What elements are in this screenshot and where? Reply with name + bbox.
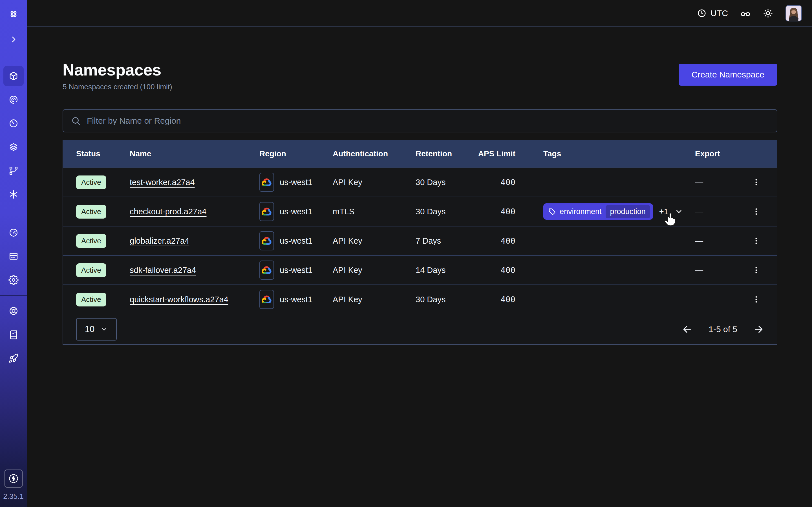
namespace-link[interactable]: globalizer.a27a4 bbox=[130, 236, 189, 245]
sidebar: 2.35.1 bbox=[0, 0, 27, 507]
theme-toggle[interactable] bbox=[763, 8, 773, 18]
next-page-arrow-icon[interactable] bbox=[753, 324, 764, 335]
export-value: — bbox=[695, 236, 748, 245]
gcp-icon bbox=[259, 231, 274, 250]
status-badge: Active bbox=[76, 205, 106, 219]
avatar[interactable] bbox=[785, 5, 802, 21]
sidebar-item-support[interactable] bbox=[3, 301, 24, 321]
aps-value: 400 bbox=[473, 177, 515, 187]
tag-key: environment bbox=[560, 207, 602, 216]
status-badge: Active bbox=[76, 293, 106, 306]
retention-value: 7 Days bbox=[416, 236, 473, 245]
aps-value: 400 bbox=[473, 236, 515, 245]
row-menu-kebab-icon[interactable] bbox=[748, 233, 764, 249]
sidebar-item-docs[interactable] bbox=[3, 325, 24, 345]
sidebar-item-connectivity[interactable] bbox=[3, 184, 24, 205]
row-menu-kebab-icon[interactable] bbox=[748, 291, 764, 307]
col-tags: Tags bbox=[515, 149, 695, 158]
region-label: us-west1 bbox=[280, 266, 312, 275]
sidebar-item-deployments[interactable] bbox=[3, 137, 24, 157]
app-version: 2.35.1 bbox=[3, 492, 23, 501]
auth-value: mTLS bbox=[333, 207, 416, 216]
page-title: Namespaces bbox=[63, 60, 172, 79]
filter-input[interactable] bbox=[87, 116, 769, 126]
region-label: us-west1 bbox=[280, 295, 312, 304]
export-value: — bbox=[695, 295, 748, 304]
col-status: Status bbox=[76, 149, 130, 158]
sidebar-item-settings[interactable] bbox=[3, 270, 24, 290]
col-export: Export bbox=[695, 149, 748, 158]
tag-expand-chevron-icon[interactable] bbox=[675, 207, 683, 216]
create-namespace-button[interactable]: Create Namespace bbox=[679, 64, 777, 86]
gcp-icon bbox=[259, 290, 274, 309]
topbar: UTC bbox=[27, 0, 812, 27]
namespace-link[interactable]: sdk-failover.a27a4 bbox=[130, 266, 196, 275]
clock-icon bbox=[697, 8, 707, 18]
export-value: — bbox=[695, 207, 748, 216]
sidebar-item-billing[interactable] bbox=[3, 246, 24, 267]
row-menu-kebab-icon[interactable] bbox=[748, 174, 764, 190]
table-footer: 10 1-5 of 5 bbox=[63, 314, 777, 344]
export-value: — bbox=[695, 266, 748, 275]
sidebar-item-workflows[interactable] bbox=[3, 90, 24, 110]
auth-value: API Key bbox=[333, 266, 416, 275]
namespace-link[interactable]: checkout-prod.a27a4 bbox=[130, 207, 206, 216]
sidebar-item-usage[interactable] bbox=[3, 223, 24, 243]
retention-value: 30 Days bbox=[416, 295, 473, 304]
status-badge: Active bbox=[76, 234, 106, 248]
pagination-range: 1-5 of 5 bbox=[709, 325, 737, 334]
sidebar-item-getting-started[interactable] bbox=[3, 348, 24, 369]
col-aps-limit: APS Limit bbox=[473, 149, 515, 158]
col-region: Region bbox=[259, 149, 333, 158]
col-name: Name bbox=[130, 149, 259, 158]
sidebar-item-nexus[interactable] bbox=[3, 161, 24, 181]
export-value: — bbox=[695, 178, 748, 187]
glasses-icon bbox=[741, 8, 751, 18]
status-badge: Active bbox=[76, 175, 106, 189]
retention-value: 30 Days bbox=[416, 207, 473, 216]
auth-value: API Key bbox=[333, 178, 416, 187]
sun-icon bbox=[763, 8, 773, 18]
prev-page-arrow-icon[interactable] bbox=[681, 324, 693, 335]
plan-badge-dollar-icon[interactable] bbox=[4, 469, 22, 488]
row-menu-kebab-icon[interactable] bbox=[748, 204, 764, 219]
aps-value: 400 bbox=[473, 295, 515, 304]
tag-pill[interactable]: environment production bbox=[543, 203, 653, 220]
labs-glasses-toggle[interactable] bbox=[741, 8, 751, 18]
temporal-logo[interactable] bbox=[3, 4, 24, 24]
tag-value: production bbox=[606, 205, 650, 218]
table-row: Active sdk-failover.a27a4 us-west1 API K… bbox=[63, 255, 777, 284]
main-content: Namespaces 5 Namespaces created (100 lim… bbox=[27, 27, 812, 507]
page-subtitle: 5 Namespaces created (100 limit) bbox=[63, 82, 172, 91]
tag-overflow-count: +1 bbox=[659, 207, 668, 216]
col-authentication: Authentication bbox=[333, 149, 416, 158]
gcp-icon bbox=[259, 173, 274, 192]
search-icon bbox=[71, 116, 81, 126]
table-row: Active test-worker.a27a4 us-west1 API Ke… bbox=[63, 167, 777, 196]
gcp-icon bbox=[259, 261, 274, 280]
aps-value: 400 bbox=[473, 207, 515, 216]
sidebar-expand-chevron[interactable] bbox=[3, 29, 24, 50]
page-size-select[interactable]: 10 bbox=[76, 318, 117, 341]
row-menu-kebab-icon[interactable] bbox=[748, 262, 764, 278]
status-badge: Active bbox=[76, 263, 106, 277]
table-row: Active globalizer.a27a4 us-west1 API Key… bbox=[63, 226, 777, 255]
sidebar-item-schedules[interactable] bbox=[3, 113, 24, 133]
timezone-label: UTC bbox=[711, 8, 728, 18]
region-label: us-west1 bbox=[280, 207, 312, 216]
sidebar-item-namespaces[interactable] bbox=[3, 66, 24, 86]
filter-bar bbox=[63, 109, 777, 132]
table-header-row: Status Name Region Authentication Retent… bbox=[63, 140, 777, 167]
gcp-icon bbox=[259, 202, 274, 221]
retention-value: 14 Days bbox=[416, 266, 473, 275]
timezone-selector[interactable]: UTC bbox=[697, 8, 728, 18]
retention-value: 30 Days bbox=[416, 178, 473, 187]
aps-value: 400 bbox=[473, 265, 515, 275]
table-row: Active checkout-prod.a27a4 us-west1 mTLS… bbox=[63, 196, 777, 226]
namespace-link[interactable]: quickstart-workflows.a27a4 bbox=[130, 295, 229, 304]
chevron-down-icon bbox=[100, 325, 108, 333]
tag-icon bbox=[548, 208, 556, 215]
page-size-value: 10 bbox=[85, 324, 94, 334]
namespace-link[interactable]: test-worker.a27a4 bbox=[130, 178, 195, 187]
namespaces-table: Status Name Region Authentication Retent… bbox=[63, 140, 777, 345]
